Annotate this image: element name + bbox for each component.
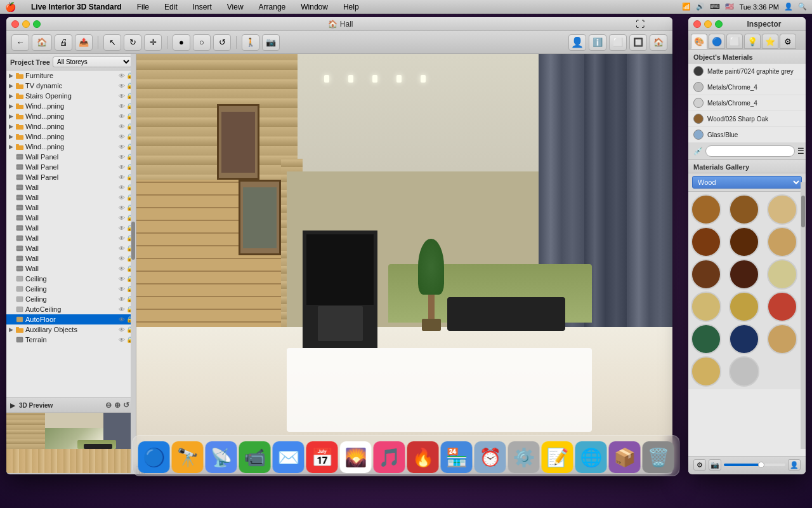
tree-visibility-icon[interactable]: 👁 [119, 235, 125, 242]
tree-item[interactable]: ▶Stairs Opening👁🔒 [6, 91, 136, 101]
tree-item[interactable]: Wall👁🔒 [6, 213, 136, 223]
gallery-swatch[interactable] [729, 356, 759, 387]
menu-arrange[interactable]: Arrange [256, 1, 289, 13]
tree-visibility-icon[interactable]: 👁 [119, 265, 125, 272]
zoom-in-btn[interactable]: ⊕ [114, 401, 121, 410]
list-icon[interactable]: ☰ [797, 147, 804, 156]
move-tool[interactable]: ✛ [144, 34, 162, 51]
tree-item[interactable]: ▶Wind...pning👁🔒 [6, 121, 136, 131]
gallery-swatch[interactable] [691, 259, 721, 290]
dock-photos[interactable]: 🌄 [340, 441, 372, 473]
gallery-swatch[interactable] [691, 356, 721, 387]
tree-visibility-icon[interactable]: 👁 [119, 316, 125, 323]
tree-visibility-icon[interactable]: 👁 [119, 204, 125, 211]
apple-menu[interactable]: 🍎 [5, 2, 16, 12]
tree-visibility-icon[interactable]: 👁 [119, 184, 125, 191]
gallery-swatch[interactable] [767, 194, 797, 225]
tab-materials[interactable]: 🎨 [691, 34, 707, 49]
view-split-btn[interactable]: 🏠 [650, 34, 667, 51]
tree-item[interactable]: AutoCeiling👁🔒 [6, 304, 136, 314]
tree-visibility-icon[interactable]: 👁 [119, 164, 125, 171]
tree-item[interactable]: Terrain👁🔒 [6, 335, 136, 345]
dock-mail[interactable]: ✉️ [273, 441, 304, 473]
dock-calendar[interactable]: 📅 [306, 441, 338, 473]
dock-system-prefs[interactable]: ⚙️ [508, 441, 540, 473]
slider-thumb[interactable] [758, 462, 764, 468]
menu-help[interactable]: Help [341, 1, 362, 13]
tree-visibility-icon[interactable]: 👁 [119, 296, 125, 303]
maximize-button[interactable] [33, 20, 41, 28]
dock-safari[interactable]: 🔭 [172, 441, 204, 473]
print-btn[interactable]: 🖨 [55, 34, 72, 51]
gallery-swatch[interactable] [767, 259, 797, 290]
tree-item[interactable]: Wall👁🔒 [6, 182, 136, 192]
tree-item[interactable]: Ceiling👁🔒 [6, 274, 136, 284]
tree-visibility-icon[interactable]: 👁 [119, 286, 125, 293]
select-tool[interactable]: ↖ [103, 34, 121, 51]
camera-footer-btn[interactable]: 📷 [709, 459, 721, 471]
dock-migration[interactable]: 📦 [609, 441, 641, 473]
app-name[interactable]: Live Interior 3D Standard [29, 1, 124, 13]
inspector-scroll-thumb[interactable] [801, 196, 805, 227]
add-point-btn[interactable]: ● [173, 34, 190, 51]
material-item[interactable]: Wood/026 Sharp Oak [688, 111, 806, 127]
tree-item[interactable]: Wall Panel👁🔒 [6, 172, 136, 182]
gallery-swatch[interactable] [729, 291, 759, 322]
menu-file[interactable]: File [134, 1, 152, 13]
tree-visibility-icon[interactable]: 👁 [119, 174, 125, 181]
tree-visibility-icon[interactable]: 👁 [119, 144, 125, 150]
tree-visibility-icon[interactable]: 👁 [119, 113, 125, 120]
tree-item[interactable]: Ceiling👁🔒 [6, 284, 136, 294]
gallery-swatch[interactable] [729, 259, 759, 290]
inspector-close[interactable] [693, 20, 701, 28]
tree-item[interactable]: Wall👁🔒 [6, 233, 136, 243]
gallery-swatch[interactable] [691, 227, 721, 257]
dock-trash[interactable]: 🗑️ [643, 441, 674, 473]
tree-visibility-icon[interactable]: 👁 [119, 215, 125, 222]
tree-item[interactable]: Wall Panel👁🔒 [6, 162, 136, 172]
tree-item[interactable]: Wall👁🔒 [6, 243, 136, 253]
tree-visibility-icon[interactable]: 👁 [119, 326, 125, 333]
tree-item[interactable]: Wall👁🔒 [6, 203, 136, 213]
align-btn[interactable]: ↺ [213, 34, 231, 51]
tree-item[interactable]: Wall👁🔒 [6, 192, 136, 203]
info-btn[interactable]: ℹ️ [589, 34, 606, 51]
tab-settings2[interactable]: ⚙ [780, 34, 796, 49]
tree-item[interactable]: ▶Furniture👁🔒 [6, 70, 136, 81]
material-item[interactable]: Matte paint/7024 graphite grey [688, 64, 806, 79]
refresh-btn[interactable]: ↺ [123, 401, 129, 410]
dock-network2[interactable]: 🌐 [575, 441, 607, 473]
gallery-swatch[interactable] [691, 291, 721, 322]
dock-itunes[interactable]: 🎵 [374, 441, 405, 473]
gallery-category-select[interactable]: Wood [692, 176, 802, 189]
material-item[interactable]: Metals/Chrome_4 [688, 79, 806, 95]
tree-visibility-icon[interactable]: 👁 [119, 72, 125, 79]
gallery-swatch[interactable] [691, 194, 721, 225]
sidebar-scrollbar[interactable] [131, 54, 136, 474]
tree-item[interactable]: Wall Panel👁🔒 [6, 152, 136, 162]
inspector-scrollbar[interactable] [801, 182, 806, 449]
person-btn[interactable]: 🚶 [242, 34, 259, 51]
tab-sphere[interactable]: 🔵 [709, 34, 725, 49]
volume-icon[interactable]: 🔊 [696, 3, 705, 11]
tree-item[interactable]: ▶Wind...pning👁🔒 [6, 101, 136, 111]
dock-finder[interactable]: 🔵 [138, 441, 170, 473]
dock-time-machine[interactable]: ⏰ [475, 441, 506, 473]
tree-visibility-icon[interactable]: 👁 [119, 245, 125, 252]
tree-item[interactable]: Wall👁🔒 [6, 264, 136, 274]
tree-item[interactable]: Ceiling👁🔒 [6, 294, 136, 304]
tree-item[interactable]: ▶Auxiliary Objects👁🔒 [6, 324, 136, 335]
tree-item[interactable]: Wall👁🔒 [6, 223, 136, 233]
zoom-out-btn[interactable]: ⊖ [105, 401, 112, 410]
dock-facetime[interactable]: 📹 [239, 441, 271, 473]
inspector-minimize[interactable] [704, 20, 712, 28]
wifi-icon[interactable]: 📶 [682, 3, 691, 11]
tab-star[interactable]: ⭐ [762, 34, 778, 49]
back-button[interactable]: ← [11, 34, 29, 51]
draw-btn[interactable]: ○ [193, 34, 211, 51]
menu-edit[interactable]: Edit [162, 1, 180, 13]
tree-visibility-icon[interactable]: 👁 [119, 93, 125, 100]
tree-visibility-icon[interactable]: 👁 [119, 133, 125, 140]
menu-insert[interactable]: Insert [190, 1, 214, 13]
view-3d-btn[interactable]: 🔲 [629, 34, 647, 51]
